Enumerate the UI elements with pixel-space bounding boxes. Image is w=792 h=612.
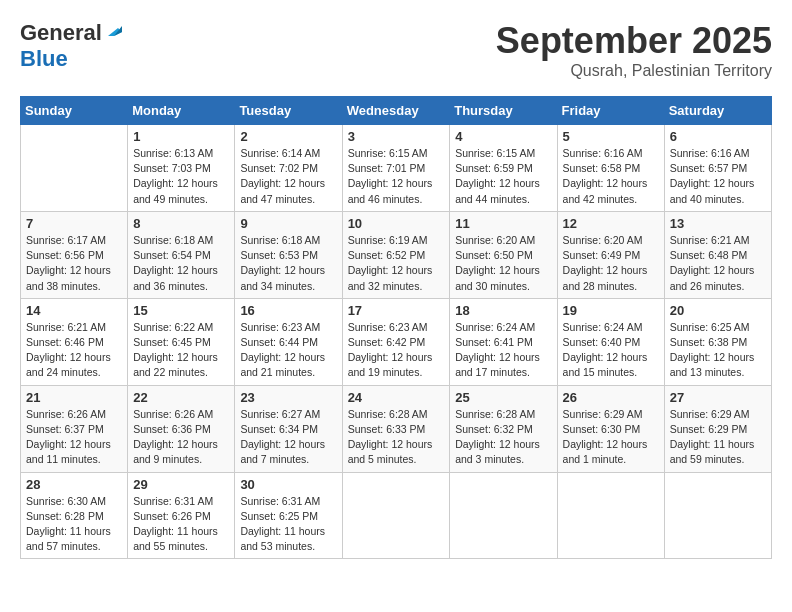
day-number: 6 bbox=[670, 129, 766, 144]
day-info: Sunrise: 6:21 AM Sunset: 6:46 PM Dayligh… bbox=[26, 320, 122, 381]
day-number: 12 bbox=[563, 216, 659, 231]
calendar-cell: 30Sunrise: 6:31 AM Sunset: 6:25 PM Dayli… bbox=[235, 472, 342, 559]
day-info: Sunrise: 6:21 AM Sunset: 6:48 PM Dayligh… bbox=[670, 233, 766, 294]
day-info: Sunrise: 6:31 AM Sunset: 6:26 PM Dayligh… bbox=[133, 494, 229, 555]
calendar-header-row: SundayMondayTuesdayWednesdayThursdayFrid… bbox=[21, 97, 772, 125]
calendar-cell bbox=[21, 125, 128, 212]
calendar-cell bbox=[342, 472, 450, 559]
calendar-cell: 25Sunrise: 6:28 AM Sunset: 6:32 PM Dayli… bbox=[450, 385, 557, 472]
day-number: 10 bbox=[348, 216, 445, 231]
calendar-cell: 13Sunrise: 6:21 AM Sunset: 6:48 PM Dayli… bbox=[664, 211, 771, 298]
calendar-cell: 7Sunrise: 6:17 AM Sunset: 6:56 PM Daylig… bbox=[21, 211, 128, 298]
calendar-cell: 20Sunrise: 6:25 AM Sunset: 6:38 PM Dayli… bbox=[664, 298, 771, 385]
calendar-cell: 21Sunrise: 6:26 AM Sunset: 6:37 PM Dayli… bbox=[21, 385, 128, 472]
calendar-cell: 29Sunrise: 6:31 AM Sunset: 6:26 PM Dayli… bbox=[128, 472, 235, 559]
day-number: 20 bbox=[670, 303, 766, 318]
day-of-week-thursday: Thursday bbox=[450, 97, 557, 125]
day-info: Sunrise: 6:19 AM Sunset: 6:52 PM Dayligh… bbox=[348, 233, 445, 294]
day-number: 21 bbox=[26, 390, 122, 405]
day-info: Sunrise: 6:15 AM Sunset: 7:01 PM Dayligh… bbox=[348, 146, 445, 207]
day-number: 11 bbox=[455, 216, 551, 231]
day-info: Sunrise: 6:23 AM Sunset: 6:42 PM Dayligh… bbox=[348, 320, 445, 381]
day-number: 26 bbox=[563, 390, 659, 405]
day-number: 28 bbox=[26, 477, 122, 492]
calendar-cell: 4Sunrise: 6:15 AM Sunset: 6:59 PM Daylig… bbox=[450, 125, 557, 212]
day-number: 24 bbox=[348, 390, 445, 405]
calendar-cell bbox=[664, 472, 771, 559]
day-number: 9 bbox=[240, 216, 336, 231]
calendar-cell: 26Sunrise: 6:29 AM Sunset: 6:30 PM Dayli… bbox=[557, 385, 664, 472]
day-number: 22 bbox=[133, 390, 229, 405]
calendar-cell: 5Sunrise: 6:16 AM Sunset: 6:58 PM Daylig… bbox=[557, 125, 664, 212]
day-number: 18 bbox=[455, 303, 551, 318]
calendar-cell: 16Sunrise: 6:23 AM Sunset: 6:44 PM Dayli… bbox=[235, 298, 342, 385]
day-info: Sunrise: 6:31 AM Sunset: 6:25 PM Dayligh… bbox=[240, 494, 336, 555]
logo: General Blue bbox=[20, 20, 122, 72]
day-info: Sunrise: 6:20 AM Sunset: 6:49 PM Dayligh… bbox=[563, 233, 659, 294]
day-info: Sunrise: 6:18 AM Sunset: 6:53 PM Dayligh… bbox=[240, 233, 336, 294]
day-info: Sunrise: 6:26 AM Sunset: 6:36 PM Dayligh… bbox=[133, 407, 229, 468]
calendar-table: SundayMondayTuesdayWednesdayThursdayFrid… bbox=[20, 96, 772, 559]
day-number: 8 bbox=[133, 216, 229, 231]
day-number: 7 bbox=[26, 216, 122, 231]
day-info: Sunrise: 6:23 AM Sunset: 6:44 PM Dayligh… bbox=[240, 320, 336, 381]
calendar-cell: 17Sunrise: 6:23 AM Sunset: 6:42 PM Dayli… bbox=[342, 298, 450, 385]
day-info: Sunrise: 6:29 AM Sunset: 6:30 PM Dayligh… bbox=[563, 407, 659, 468]
day-number: 3 bbox=[348, 129, 445, 144]
calendar-cell: 24Sunrise: 6:28 AM Sunset: 6:33 PM Dayli… bbox=[342, 385, 450, 472]
day-info: Sunrise: 6:18 AM Sunset: 6:54 PM Dayligh… bbox=[133, 233, 229, 294]
day-number: 5 bbox=[563, 129, 659, 144]
day-number: 29 bbox=[133, 477, 229, 492]
calendar-cell: 8Sunrise: 6:18 AM Sunset: 6:54 PM Daylig… bbox=[128, 211, 235, 298]
logo-bird-icon bbox=[104, 22, 122, 40]
day-info: Sunrise: 6:20 AM Sunset: 6:50 PM Dayligh… bbox=[455, 233, 551, 294]
day-info: Sunrise: 6:16 AM Sunset: 6:57 PM Dayligh… bbox=[670, 146, 766, 207]
day-of-week-wednesday: Wednesday bbox=[342, 97, 450, 125]
day-number: 2 bbox=[240, 129, 336, 144]
day-number: 30 bbox=[240, 477, 336, 492]
day-number: 27 bbox=[670, 390, 766, 405]
calendar-cell: 28Sunrise: 6:30 AM Sunset: 6:28 PM Dayli… bbox=[21, 472, 128, 559]
calendar-cell: 2Sunrise: 6:14 AM Sunset: 7:02 PM Daylig… bbox=[235, 125, 342, 212]
day-info: Sunrise: 6:28 AM Sunset: 6:33 PM Dayligh… bbox=[348, 407, 445, 468]
calendar-cell: 1Sunrise: 6:13 AM Sunset: 7:03 PM Daylig… bbox=[128, 125, 235, 212]
day-number: 17 bbox=[348, 303, 445, 318]
calendar-cell: 23Sunrise: 6:27 AM Sunset: 6:34 PM Dayli… bbox=[235, 385, 342, 472]
location: Qusrah, Palestinian Territory bbox=[496, 62, 772, 80]
day-info: Sunrise: 6:14 AM Sunset: 7:02 PM Dayligh… bbox=[240, 146, 336, 207]
day-number: 4 bbox=[455, 129, 551, 144]
day-info: Sunrise: 6:13 AM Sunset: 7:03 PM Dayligh… bbox=[133, 146, 229, 207]
day-of-week-saturday: Saturday bbox=[664, 97, 771, 125]
month-title: September 2025 bbox=[496, 20, 772, 62]
logo-text-general: General bbox=[20, 20, 102, 46]
calendar-cell: 22Sunrise: 6:26 AM Sunset: 6:36 PM Dayli… bbox=[128, 385, 235, 472]
day-of-week-friday: Friday bbox=[557, 97, 664, 125]
day-number: 14 bbox=[26, 303, 122, 318]
calendar-week-3: 14Sunrise: 6:21 AM Sunset: 6:46 PM Dayli… bbox=[21, 298, 772, 385]
calendar-cell: 15Sunrise: 6:22 AM Sunset: 6:45 PM Dayli… bbox=[128, 298, 235, 385]
day-info: Sunrise: 6:24 AM Sunset: 6:41 PM Dayligh… bbox=[455, 320, 551, 381]
day-info: Sunrise: 6:27 AM Sunset: 6:34 PM Dayligh… bbox=[240, 407, 336, 468]
day-info: Sunrise: 6:29 AM Sunset: 6:29 PM Dayligh… bbox=[670, 407, 766, 468]
day-of-week-tuesday: Tuesday bbox=[235, 97, 342, 125]
day-of-week-sunday: Sunday bbox=[21, 97, 128, 125]
calendar-cell: 27Sunrise: 6:29 AM Sunset: 6:29 PM Dayli… bbox=[664, 385, 771, 472]
calendar-cell: 11Sunrise: 6:20 AM Sunset: 6:50 PM Dayli… bbox=[450, 211, 557, 298]
day-info: Sunrise: 6:25 AM Sunset: 6:38 PM Dayligh… bbox=[670, 320, 766, 381]
day-number: 25 bbox=[455, 390, 551, 405]
calendar-week-5: 28Sunrise: 6:30 AM Sunset: 6:28 PM Dayli… bbox=[21, 472, 772, 559]
day-number: 1 bbox=[133, 129, 229, 144]
logo-text-blue: Blue bbox=[20, 46, 68, 71]
day-number: 16 bbox=[240, 303, 336, 318]
calendar-week-4: 21Sunrise: 6:26 AM Sunset: 6:37 PM Dayli… bbox=[21, 385, 772, 472]
title-block: September 2025 Qusrah, Palestinian Terri… bbox=[496, 20, 772, 80]
calendar-cell bbox=[450, 472, 557, 559]
day-info: Sunrise: 6:28 AM Sunset: 6:32 PM Dayligh… bbox=[455, 407, 551, 468]
day-number: 19 bbox=[563, 303, 659, 318]
day-number: 13 bbox=[670, 216, 766, 231]
day-number: 15 bbox=[133, 303, 229, 318]
calendar-week-1: 1Sunrise: 6:13 AM Sunset: 7:03 PM Daylig… bbox=[21, 125, 772, 212]
day-info: Sunrise: 6:26 AM Sunset: 6:37 PM Dayligh… bbox=[26, 407, 122, 468]
calendar-cell: 12Sunrise: 6:20 AM Sunset: 6:49 PM Dayli… bbox=[557, 211, 664, 298]
day-number: 23 bbox=[240, 390, 336, 405]
